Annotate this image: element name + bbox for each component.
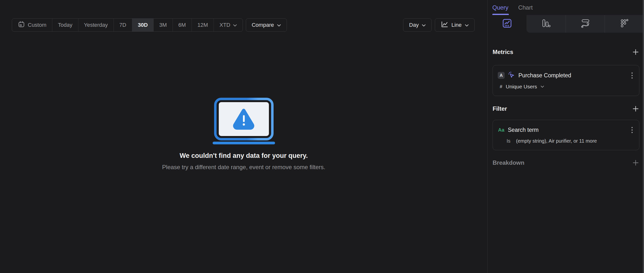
date-range-label: Custom: [28, 22, 46, 28]
chart-type-dropdown[interactable]: Line: [435, 18, 475, 32]
chevron-down-icon: [233, 22, 237, 28]
chevron-down-icon: [465, 22, 469, 28]
report-type-tabs: [488, 15, 644, 33]
filter-heading: Filter: [492, 105, 507, 112]
empty-state-subtitle: Please try a different date range, event…: [0, 164, 488, 171]
query-toolbar: Custom Today Yesterday 7D 30D 3M: [12, 18, 475, 32]
panel-scrollbar[interactable]: [643, 0, 644, 273]
filter-row: Aa Search term: [498, 126, 634, 134]
tab-insights[interactable]: [488, 15, 526, 33]
date-range-12m[interactable]: 12M: [192, 19, 214, 31]
flows-icon: [580, 18, 590, 29]
date-range-xtd[interactable]: XTD: [214, 19, 242, 31]
query-sections: Metrics A Purchase Completed: [488, 48, 644, 166]
date-range-7d[interactable]: 7D: [114, 19, 132, 31]
filter-values[interactable]: (empty string), Air purifier, or 11 more: [516, 138, 597, 144]
metric-letter-badge: A: [498, 72, 505, 79]
report-type-tabs-inactive: [526, 15, 644, 33]
string-property-icon: Aa: [498, 127, 505, 133]
aggregation-dropdown[interactable]: # Unique Users: [498, 84, 544, 90]
add-filter-button[interactable]: [632, 105, 639, 112]
date-controls: Custom Today Yesterday 7D 30D 3M: [12, 18, 287, 32]
chevron-down-icon: [277, 22, 281, 28]
event-icon: [508, 71, 515, 79]
breakdown-section-header: Breakdown: [492, 159, 639, 166]
metric-row: A Purchase Completed: [498, 71, 634, 79]
plus-icon: [632, 160, 639, 166]
granularity-dropdown[interactable]: Day: [403, 18, 432, 32]
retention-icon: [620, 18, 630, 29]
date-range-30d[interactable]: 30D: [132, 19, 154, 31]
tab-chart[interactable]: Chart: [518, 0, 533, 15]
filter-property-name[interactable]: Search term: [508, 127, 538, 133]
laptop-warning-illustration: [212, 141, 276, 145]
tab-query[interactable]: Query: [492, 0, 508, 15]
insights-icon: [502, 18, 512, 29]
no-data-empty-state: We couldn't find any data for your query…: [0, 97, 488, 171]
empty-state-title: We couldn't find any data for your query…: [0, 152, 488, 160]
chart-canvas-area: Custom Today Yesterday 7D 30D 3M: [0, 0, 488, 273]
chevron-down-icon: [540, 84, 544, 89]
metric-event-name[interactable]: Purchase Completed: [518, 72, 571, 79]
date-range-yesterday[interactable]: Yesterday: [78, 19, 114, 31]
line-chart-icon: [441, 21, 448, 29]
compare-dropdown[interactable]: Compare: [246, 18, 287, 32]
add-breakdown-button[interactable]: [632, 159, 639, 166]
filter-condition-row: Is (empty string), Air purifier, or 11 m…: [498, 138, 634, 144]
panel-tabs: Query Chart: [488, 0, 644, 15]
metric-options-kebab[interactable]: [630, 71, 634, 79]
tab-retention[interactable]: [605, 15, 644, 33]
metrics-section-header: Metrics: [492, 48, 639, 56]
display-controls: Day Line: [403, 18, 475, 32]
calendar-icon: [18, 21, 25, 29]
plus-icon: [632, 49, 639, 55]
plus-icon: [632, 106, 639, 112]
metric-card[interactable]: A Purchase Completed # Unique Users: [492, 65, 639, 96]
date-range-3m[interactable]: 3M: [154, 19, 173, 31]
chevron-down-icon: [422, 22, 426, 28]
date-range-custom[interactable]: Custom: [12, 19, 52, 31]
filter-card[interactable]: Aa Search term Is (empty string), Air pu…: [492, 120, 639, 150]
add-metric-button[interactable]: [632, 48, 639, 56]
query-builder-panel: Query Chart: [488, 0, 644, 273]
tab-funnels[interactable]: [526, 15, 566, 33]
count-icon: #: [500, 84, 502, 89]
funnels-icon: [541, 19, 550, 29]
metrics-heading: Metrics: [492, 49, 513, 55]
filter-operator[interactable]: Is: [506, 138, 510, 144]
date-range-today[interactable]: Today: [52, 19, 78, 31]
date-range-segmented-control: Custom Today Yesterday 7D 30D 3M: [12, 18, 243, 32]
filter-section-header: Filter: [492, 105, 639, 112]
breakdown-heading: Breakdown: [492, 159, 524, 166]
tab-flows[interactable]: [566, 15, 605, 33]
date-range-6m[interactable]: 6M: [173, 19, 192, 31]
metric-aggregation-row: # Unique Users: [498, 84, 634, 90]
filter-options-kebab[interactable]: [630, 126, 634, 134]
